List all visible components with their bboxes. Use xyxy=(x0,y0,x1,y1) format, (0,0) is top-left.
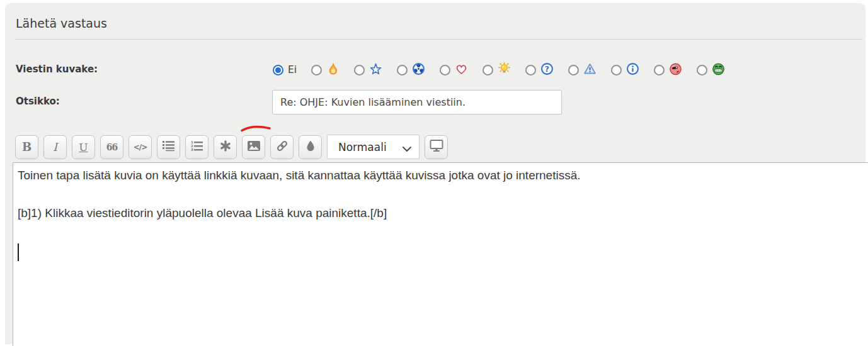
droplet-icon xyxy=(305,140,316,155)
fire-icon xyxy=(326,62,340,78)
unordered-list-button[interactable] xyxy=(157,135,180,159)
subject-label: Otsikko: xyxy=(16,96,60,107)
lightbulb-icon xyxy=(498,62,511,78)
image-icon xyxy=(247,140,261,154)
italic-glyph: I xyxy=(53,140,57,153)
message-icon-option-star[interactable] xyxy=(354,62,382,78)
red-annotation-path xyxy=(242,127,270,131)
quote-icon: 66 xyxy=(106,142,117,152)
radio-heart[interactable] xyxy=(440,65,450,75)
none-option-label: Ei xyxy=(288,64,297,75)
radio-star[interactable] xyxy=(354,65,365,75)
underline-glyph: U xyxy=(79,141,88,153)
link-icon xyxy=(276,140,288,155)
font-size-value: Normaali xyxy=(338,141,387,153)
ordered-list-button[interactable]: 123 xyxy=(185,135,208,159)
code-icon: </> xyxy=(134,143,147,152)
message-icon-option-fire[interactable] xyxy=(311,62,340,78)
quote-button[interactable]: 66 xyxy=(100,135,123,159)
radio-fire[interactable] xyxy=(311,65,322,75)
star-icon xyxy=(369,62,382,78)
svg-text:?: ? xyxy=(545,64,549,74)
bold-glyph: B xyxy=(22,140,31,153)
message-icon-option-heart[interactable] xyxy=(440,62,468,78)
question-icon: ? xyxy=(540,62,554,78)
message-icon-option-none[interactable]: Ei xyxy=(273,64,297,75)
asterisk-icon xyxy=(220,140,231,154)
code-button[interactable]: </> xyxy=(128,135,152,159)
message-icon-option-warning[interactable] xyxy=(568,62,597,78)
message-icon-label: Viestin kuvake: xyxy=(16,64,98,75)
subject-input[interactable] xyxy=(272,90,562,114)
chevron-down-icon xyxy=(402,143,412,155)
fullscreen-button[interactable] xyxy=(425,135,448,159)
radio-question[interactable] xyxy=(525,65,536,75)
message-body-editor[interactable]: Toinen tapa lisätä kuvia on käyttää link… xyxy=(13,162,868,346)
message-icon-options: Ei xyxy=(273,60,725,79)
message-icon-option-info[interactable] xyxy=(611,62,639,78)
list-item-button[interactable] xyxy=(214,135,237,159)
message-icon-option-question[interactable]: ? xyxy=(525,62,554,78)
mad-face-icon xyxy=(669,62,682,78)
info-icon xyxy=(626,62,639,78)
ordered-list-icon: 123 xyxy=(190,140,203,154)
radio-grin-face[interactable] xyxy=(697,65,707,75)
bold-button[interactable]: B xyxy=(15,135,38,159)
radio-warning[interactable] xyxy=(568,65,579,75)
message-icon-option-lightbulb[interactable] xyxy=(483,62,511,78)
radioactive-icon xyxy=(412,62,425,78)
text-caret xyxy=(18,243,19,261)
heart-icon xyxy=(455,62,468,78)
warning-icon xyxy=(583,62,597,78)
grin-face-icon xyxy=(712,62,725,78)
radio-mad-face[interactable] xyxy=(654,65,665,75)
message-body-text: Toinen tapa lisätä kuvia on käyttää link… xyxy=(18,169,581,220)
font-size-select[interactable]: Normaali xyxy=(327,135,420,159)
message-icon-option-radioactive[interactable] xyxy=(397,62,425,78)
unordered-list-icon xyxy=(162,140,175,154)
message-icon-option-grin-face[interactable] xyxy=(697,62,725,78)
svg-text:3: 3 xyxy=(191,148,193,152)
font-color-button[interactable] xyxy=(299,135,322,159)
title-divider xyxy=(15,39,862,40)
message-icon-option-mad-face[interactable] xyxy=(654,62,682,78)
editor-toolbar: B I U 66 </> 123 xyxy=(15,135,448,159)
radio-none[interactable] xyxy=(273,65,283,75)
page-title: Lähetä vastaus xyxy=(16,16,107,30)
underline-button[interactable]: U xyxy=(72,135,95,159)
radio-radioactive[interactable] xyxy=(397,65,408,75)
italic-button[interactable]: I xyxy=(43,135,67,159)
radio-lightbulb[interactable] xyxy=(483,65,493,75)
insert-image-button[interactable] xyxy=(242,135,265,159)
radio-info[interactable] xyxy=(611,65,622,75)
monitor-icon xyxy=(430,139,443,155)
red-annotation-mark xyxy=(239,124,272,136)
insert-link-button[interactable] xyxy=(270,135,294,159)
